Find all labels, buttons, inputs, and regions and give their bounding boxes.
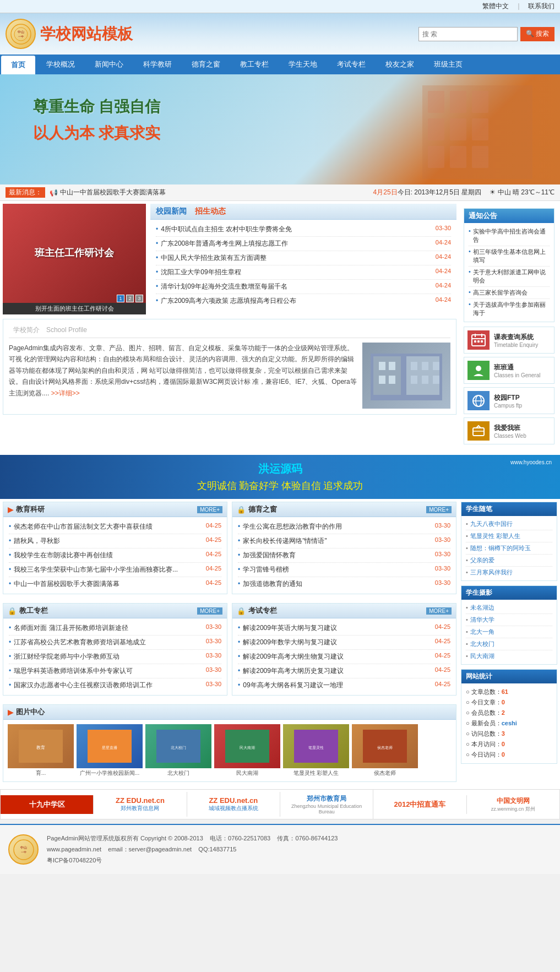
nav-exam[interactable]: 考试专栏 bbox=[327, 55, 376, 74]
sidebar-item[interactable]: 北大校门 bbox=[466, 638, 552, 650]
edu-research-header: ▶ 教育科研 MORE+ bbox=[3, 502, 227, 517]
photo-caption: 北大校门 bbox=[145, 769, 211, 777]
sidebar-item[interactable]: 随想：铜樽下的阿玲玉 bbox=[466, 542, 552, 555]
partner-wenming[interactable]: 中国文明网 zz.wenming.cn 郑州 bbox=[467, 792, 559, 817]
header: 中山 一中 学校网站模板 🔍 搜索 bbox=[0, 13, 560, 55]
nav-news[interactable]: 新闻中心 bbox=[85, 55, 133, 74]
partner-zzedu-bureau[interactable]: 郑州市教育局 Zhengzhou Municipal Education Bur… bbox=[280, 790, 373, 819]
photo-center-block: ▶ 图片中心 教育 育... 星星直播 广州一小学推校园新闻... bbox=[3, 704, 456, 782]
sidebar-item[interactable]: 未名湖边 bbox=[466, 602, 552, 614]
nav-student[interactable]: 学生天地 bbox=[279, 55, 327, 74]
news-item: 广东2009高考六项政策 志愿填报高考日程公布 04-24 bbox=[156, 294, 451, 308]
exam-list: 解读2009年英语大纲与复习建议 04-25 解读2009年数学大纲与复习建议 … bbox=[232, 618, 456, 695]
svg-text:中山: 中山 bbox=[20, 846, 27, 849]
svg-rect-32 bbox=[477, 340, 480, 343]
photo-grid: 教育 育... 星星直播 广州一小学推校园新闻... 北大校门 bbox=[3, 720, 456, 781]
timetable-link[interactable]: 课表查询系统 Timetable Enquiry bbox=[464, 327, 554, 354]
student-notes-block: 学生随笔 九天八夜中国行 笔显灵性 彩塑人生 随想：铜樽下的阿玲玉 父亲的爱 三… bbox=[461, 502, 557, 581]
svg-rect-18 bbox=[389, 362, 395, 370]
svg-rect-7 bbox=[472, 91, 488, 113]
notice-list: 实验中学高中招生咨询会通告 初三年级学生基本信息网上填写 关于意大利部派遣工网申… bbox=[464, 223, 554, 322]
notice-item[interactable]: 关于意大利部派遣工网申说明会 bbox=[469, 267, 550, 287]
list-item: 瑞思学科英语教师培训体系中外专家认可 03-30 bbox=[9, 664, 221, 678]
news-image-caption: 别开生面的班主任工作研讨会 bbox=[3, 303, 146, 314]
search-button[interactable]: 🔍 搜索 bbox=[520, 27, 554, 41]
list-item: 加强道德教育的通知 03-30 bbox=[238, 577, 450, 591]
classes-text: 班班通 Classes in General bbox=[494, 363, 540, 378]
banner2-title: 洪运源码 bbox=[197, 461, 363, 476]
svg-rect-12 bbox=[450, 146, 466, 168]
notice-item[interactable]: 初三年级学生基本信息网上填写 bbox=[469, 246, 550, 267]
photo-item[interactable]: 教育 育... bbox=[8, 724, 74, 777]
sidebar-item[interactable]: 清华大学 bbox=[466, 614, 552, 626]
moral-edu-more[interactable]: MORE+ bbox=[426, 506, 452, 513]
nav-class[interactable]: 班级主页 bbox=[424, 55, 472, 74]
exam-more[interactable]: MORE+ bbox=[426, 607, 452, 615]
nav-research[interactable]: 科学教研 bbox=[133, 55, 182, 74]
banner-building-image bbox=[312, 74, 560, 184]
footer-website: www.pageadmin.net bbox=[47, 846, 101, 852]
site-title: 学校网站模板 bbox=[40, 24, 133, 45]
nav-home[interactable]: 首页 bbox=[1, 56, 35, 74]
profile-more-link[interactable]: >>详细>> bbox=[51, 389, 80, 397]
ftp-link[interactable]: 校园FTP Campus ftp bbox=[464, 387, 554, 414]
exam-block: 🔒 考试专栏 MORE+ 解读2009年英语大纲与复习建议 04-25 解读20… bbox=[232, 603, 456, 696]
tab-campus-news[interactable]: 校园新闻 bbox=[156, 207, 187, 216]
notice-item[interactable]: 实验中学高中招生咨询会通告 bbox=[469, 226, 550, 246]
tab-admission[interactable]: 招生动态 bbox=[195, 207, 226, 216]
news-image-block: 班主任工作研讨会 1 2 3 别开生面的班主任工作研讨会 bbox=[3, 204, 146, 314]
list-item: 浙江财经学院老师与中小学教师互动 03-30 bbox=[9, 650, 221, 664]
photo-item[interactable]: 笔显灵性 笔显灵性 彩塑人生 bbox=[283, 724, 349, 777]
nav-overview[interactable]: 学校概况 bbox=[36, 55, 85, 74]
svg-rect-22 bbox=[422, 362, 428, 370]
partner-zzedu1[interactable]: ZZ EDU.net.cn 郑州教育信息网 bbox=[94, 792, 187, 817]
edu-research-more[interactable]: MORE+ bbox=[197, 506, 222, 513]
traditional-chinese-link[interactable]: 繁體中文 bbox=[482, 2, 509, 10]
ftp-icon bbox=[467, 391, 490, 410]
svg-rect-33 bbox=[481, 340, 483, 343]
partner-zzedu2[interactable]: ZZ EDU.net.cn 城域视频教点播系统 bbox=[187, 792, 280, 817]
school-logo: 中山 一中 bbox=[6, 19, 36, 49]
myclass-link[interactable]: 我爱我班 Classes Web bbox=[464, 417, 554, 444]
profile-header: 学校简介 School Profile bbox=[9, 325, 450, 338]
sidebar-item[interactable]: 九天八夜中国行 bbox=[466, 518, 552, 530]
nav-alumni[interactable]: 校友之家 bbox=[376, 55, 424, 74]
sidebar-item[interactable]: 北大一角 bbox=[466, 626, 552, 638]
svg-rect-13 bbox=[472, 146, 488, 168]
partner-19school[interactable]: 十九中学区 bbox=[1, 795, 94, 814]
weather-display: ☀ 中山 晴 23℃～11℃ bbox=[490, 188, 554, 197]
svg-text:一中: 一中 bbox=[18, 35, 24, 38]
photo-thumb: 星星直播 bbox=[77, 724, 143, 768]
photo-item[interactable]: 星星直播 广州一小学推校园新闻... bbox=[77, 724, 143, 777]
nav-teacher[interactable]: 教工专栏 bbox=[230, 55, 279, 74]
photo-item[interactable]: 侯杰老师 侯杰老师 bbox=[352, 724, 418, 777]
svg-rect-9 bbox=[450, 118, 466, 140]
nav-moral[interactable]: 德育之窗 bbox=[182, 55, 230, 74]
notice-item[interactable]: 高三家长留学咨询会 bbox=[469, 287, 550, 299]
exam-header: 🔒 考试专栏 MORE+ bbox=[232, 604, 456, 618]
footer-logo: 中山 一中 bbox=[8, 834, 39, 865]
photo-item[interactable]: 民大南湖 民大南湖 bbox=[214, 724, 280, 777]
myclass-icon bbox=[467, 421, 490, 441]
partner-2012[interactable]: 2012中招直通车 bbox=[373, 795, 466, 814]
news-header: 校园新闻 招生动态 bbox=[150, 204, 456, 220]
search-input[interactable] bbox=[418, 27, 518, 41]
list-item: 中山一中首届校园歌手大赛圆满落幕 04-25 bbox=[9, 577, 221, 591]
svg-text:侯杰老师: 侯杰老师 bbox=[377, 746, 393, 750]
contact-link[interactable]: 联系我们 bbox=[528, 2, 554, 10]
sidebar-item[interactable]: 笔显灵性 彩塑人生 bbox=[466, 530, 552, 542]
photo-thumb: 教育 bbox=[8, 724, 74, 768]
date-display: 今日: 2013年12月5日 星期四 bbox=[398, 188, 482, 197]
notice-item[interactable]: 关于选拔高中学生参加南丽海于 bbox=[469, 299, 550, 319]
list-item: 家长向校长传递网络"情情语" 03-30 bbox=[238, 534, 450, 549]
footer-icp: 粤ICP备07048220号 bbox=[47, 857, 102, 864]
sidebar-item[interactable]: 三月寒风伴我行 bbox=[466, 567, 552, 578]
stat-item: ○ 本月访问：0 bbox=[466, 739, 552, 750]
teacher-more[interactable]: MORE+ bbox=[197, 607, 222, 615]
classes-link[interactable]: 班班通 Classes in General bbox=[464, 357, 554, 384]
banner-text: 尊重生命 自强自信 以人为本 求真求实 bbox=[33, 96, 160, 144]
footer-info: PageAdmin网站管理系统版权所有 Copyright © 2008-201… bbox=[47, 833, 338, 866]
sidebar-item[interactable]: 民大南湖 bbox=[466, 650, 552, 662]
sidebar-item[interactable]: 父亲的爱 bbox=[466, 555, 552, 567]
photo-item[interactable]: 北大校门 北大校门 bbox=[145, 724, 211, 777]
